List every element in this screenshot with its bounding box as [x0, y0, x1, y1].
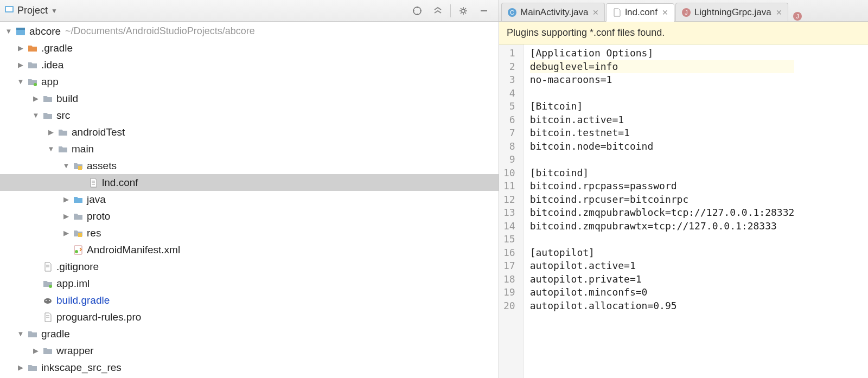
line-number: 12	[503, 193, 515, 207]
code-editor[interactable]: 1234567891011121314151617181920 [Applica…	[499, 44, 868, 378]
code-line[interactable]: bitcoin.node=bitcoind	[530, 140, 795, 153]
svg-point-11	[34, 83, 37, 86]
code-line[interactable]: bitcoin.testnet=1	[530, 126, 795, 140]
tree-item-manifest[interactable]: AndroidManifest.xml	[0, 241, 499, 258]
tree-item-build[interactable]: build	[0, 90, 499, 107]
svg-point-23	[46, 300, 47, 301]
tree-label: assets	[87, 160, 117, 172]
expand-icon[interactable]	[15, 44, 26, 52]
tree-item-src[interactable]: src	[0, 107, 499, 124]
code-line[interactable]: autopilot.private=1	[530, 273, 795, 286]
line-number: 5	[503, 100, 515, 113]
expand-icon[interactable]	[30, 347, 41, 355]
folder-icon	[41, 110, 54, 121]
tree-item-res[interactable]: res	[0, 225, 499, 241]
code-line[interactable]: bitcoin.active=1	[530, 113, 795, 127]
collapse-all-button[interactable]	[430, 3, 446, 19]
tab-lnd-conf[interactable]: lnd.conf ✕	[606, 3, 674, 22]
expand-icon[interactable]	[46, 145, 56, 153]
tree-item-main[interactable]: main	[0, 140, 499, 157]
expand-icon[interactable]	[15, 330, 26, 338]
expand-icon[interactable]	[61, 162, 72, 170]
code-line[interactable]: bitcoind.rpcpass=password	[530, 180, 795, 193]
line-number: 11	[503, 180, 515, 193]
tree-item-gradle-dot[interactable]: .gradle	[0, 40, 499, 56]
tab-label: lnd.conf	[625, 7, 658, 18]
code-line[interactable]: autopilot.allocation=0.95	[530, 299, 795, 313]
tree-label: main	[72, 143, 94, 155]
expand-icon[interactable]	[30, 94, 41, 102]
line-number: 2	[503, 60, 515, 74]
tree-item-wrapper[interactable]: wrapper	[0, 342, 499, 359]
tree-item-androidtest[interactable]: androidTest	[0, 124, 499, 140]
settings-button[interactable]	[455, 3, 471, 19]
close-icon[interactable]: ✕	[776, 8, 782, 17]
svg-point-2	[413, 7, 421, 15]
tree-root[interactable]: abcore ~/Documents/AndroidStudioProjects…	[0, 23, 499, 40]
expand-icon[interactable]	[30, 111, 41, 119]
expand-icon[interactable]	[46, 128, 56, 136]
tree-item-app-iml[interactable]: app.iml	[0, 275, 499, 292]
tree-item-proguard[interactable]: proguard-rules.pro	[0, 309, 499, 325]
tree-item-proto[interactable]: proto	[0, 208, 499, 225]
code-line[interactable]: [autopilot]	[530, 246, 795, 260]
code-line[interactable]: debuglevel=info	[530, 60, 795, 74]
tree-label: lnd.conf	[102, 177, 138, 189]
tab-lightninggrpc[interactable]: J LightningGrpc.java ✕	[675, 3, 788, 21]
project-title[interactable]: Project	[17, 5, 48, 16]
file-icon	[41, 312, 54, 323]
tree-item-app[interactable]: app	[0, 73, 499, 90]
tree-label: build	[56, 93, 78, 105]
editor-tabs: C MainActivity.java ✕ lnd.conf ✕ J Light…	[499, 0, 868, 22]
expand-icon[interactable]	[61, 229, 72, 237]
tree-item-gradle[interactable]: gradle	[0, 325, 499, 342]
code-line[interactable]: no-macaroons=1	[530, 73, 795, 87]
java-class-icon: J	[681, 8, 691, 17]
close-icon[interactable]: ✕	[662, 8, 668, 17]
code-line[interactable]: [bitcoind]	[530, 166, 795, 180]
tab-mainactivity[interactable]: C MainActivity.java ✕	[501, 3, 605, 21]
tree-item-gitignore[interactable]: .gitignore	[0, 258, 499, 275]
code-line[interactable]: bitcoind.zmqpubrawtx=tcp://127.0.0.1:283…	[530, 220, 795, 233]
locate-button[interactable]	[409, 3, 425, 19]
tree-label: abcore	[29, 25, 61, 37]
code-line[interactable]	[530, 87, 795, 100]
tree-item-build-gradle[interactable]: build.gradle	[0, 292, 499, 309]
tree-item-inkscape[interactable]: inkscape_src_res	[0, 359, 499, 376]
code-line[interactable]: bitcoind.zmqpubrawblock=tcp://127.0.0.1:…	[530, 206, 795, 220]
expand-icon[interactable]	[61, 212, 72, 220]
code-line[interactable]: autopilot.minconfs=0	[530, 286, 795, 299]
expand-icon[interactable]	[15, 61, 26, 69]
tree-item-assets[interactable]: assets	[0, 157, 499, 174]
project-dropdown-icon[interactable]: ▼	[51, 7, 58, 15]
code-line[interactable]: bitcoind.rpcuser=bitcoinrpc	[530, 193, 795, 207]
expand-icon[interactable]	[61, 195, 72, 203]
tree-item-java[interactable]: java	[0, 191, 499, 208]
code-line[interactable]	[530, 233, 795, 246]
more-tabs-icon[interactable]: J	[789, 11, 806, 21]
code-line[interactable]: [Application Options]	[530, 47, 795, 60]
module-icon	[14, 26, 27, 37]
folder-icon	[41, 345, 54, 356]
plugin-banner[interactable]: Plugins supporting *.conf files found.	[499, 22, 868, 44]
project-tree[interactable]: abcore ~/Documents/AndroidStudioProjects…	[0, 22, 499, 378]
expand-icon[interactable]	[15, 78, 26, 86]
expand-icon[interactable]	[15, 363, 26, 371]
close-icon[interactable]: ✕	[592, 8, 599, 17]
tree-item-idea[interactable]: .idea	[0, 56, 499, 73]
tree-label: proto	[87, 210, 110, 222]
hide-button[interactable]	[476, 3, 492, 19]
svg-rect-10	[16, 28, 25, 30]
tree-item-lnd-conf[interactable]: lnd.conf	[0, 174, 499, 191]
expand-icon[interactable]	[3, 27, 14, 35]
module-file-icon	[41, 278, 54, 289]
tree-label: inkscape_src_res	[41, 362, 122, 374]
svg-point-7	[462, 9, 465, 12]
folder-icon	[26, 362, 39, 373]
code-line[interactable]: [Bitcoin]	[530, 100, 795, 113]
svg-text:C: C	[510, 9, 514, 16]
project-icon	[4, 4, 14, 17]
code-line[interactable]: autopilot.active=1	[530, 259, 795, 273]
code-line[interactable]	[530, 153, 795, 166]
code-content[interactable]: [Application Options]debuglevel=infono-m…	[524, 44, 801, 378]
